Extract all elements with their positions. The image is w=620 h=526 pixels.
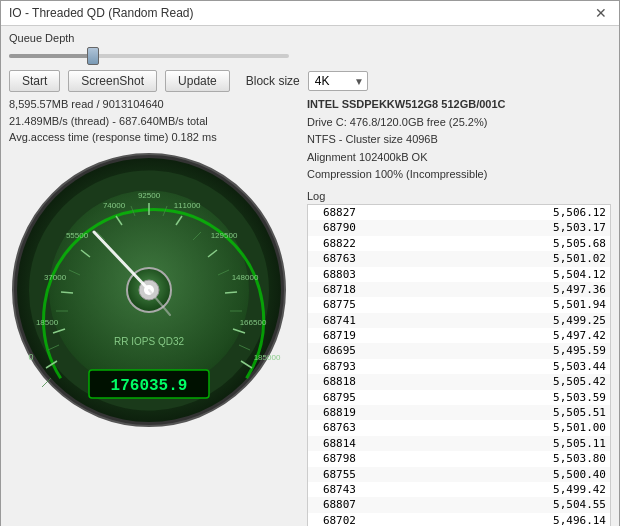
update-button[interactable]: Update [165, 70, 230, 92]
svg-line-24 [61, 292, 73, 293]
log-row: 687985,503.80 [308, 451, 610, 466]
log-col-speed: 5,503.44 [362, 359, 606, 374]
start-button[interactable]: Start [9, 70, 60, 92]
drive-info: INTEL SSDPEKKW512G8 512GB/001C Drive C: … [307, 96, 611, 184]
stats-text: 8,595.57MB read / 9013104640 21.489MB/s … [9, 96, 299, 146]
log-col-iops: 68793 [312, 359, 362, 374]
log-row: 687905,503.17 [308, 220, 610, 235]
svg-text:18500: 18500 [36, 318, 59, 327]
log-row: 687755,501.94 [308, 297, 610, 312]
log-col-speed: 5,499.25 [362, 313, 606, 328]
log-col-speed: 5,496.14 [362, 513, 606, 526]
log-container[interactable]: 688275,506.12687905,503.17688225,505.686… [307, 204, 611, 526]
drive-compression: Compression 100% (Incompressible) [307, 166, 611, 184]
slider-fill [9, 54, 93, 58]
log-col-iops: 68798 [312, 451, 362, 466]
window-content: Queue Depth Start ScreenShot Update Bloc… [1, 26, 619, 526]
log-row: 687935,503.44 [308, 359, 610, 374]
log-col-speed: 5,497.42 [362, 328, 606, 343]
block-size-label: Block size [246, 74, 300, 88]
log-col-iops: 68702 [312, 513, 362, 526]
log-col-iops: 68814 [312, 436, 362, 451]
left-panel: 8,595.57MB read / 9013104640 21.489MB/s … [9, 96, 299, 526]
log-col-iops: 68741 [312, 313, 362, 328]
log-col-speed: 5,503.59 [362, 390, 606, 405]
svg-text:185000: 185000 [254, 353, 281, 362]
svg-text:111000: 111000 [174, 201, 201, 210]
drive-space: Drive C: 476.8/120.0GB free (25.2%) [307, 114, 611, 132]
log-row: 687415,499.25 [308, 313, 610, 328]
screenshot-button[interactable]: ScreenShot [68, 70, 157, 92]
log-row: 688195,505.51 [308, 405, 610, 420]
log-col-speed: 5,501.94 [362, 297, 606, 312]
log-col-speed: 5,497.36 [362, 282, 606, 297]
log-col-speed: 5,505.51 [362, 405, 606, 420]
log-entries: 688275,506.12687905,503.17688225,505.686… [308, 205, 610, 526]
log-col-iops: 68755 [312, 467, 362, 482]
log-row: 687435,499.42 [308, 482, 610, 497]
log-col-speed: 5,505.42 [362, 374, 606, 389]
block-size-select[interactable]: 512 1K 2K 4K 8K 16K 32K 64K [308, 71, 368, 91]
log-col-iops: 68763 [312, 251, 362, 266]
svg-text:37000: 37000 [44, 273, 67, 282]
svg-text:0: 0 [28, 352, 33, 362]
svg-text:92500: 92500 [138, 191, 161, 200]
stat-access: Avg.access time (response time) 0.182 ms [9, 129, 299, 146]
main-window: IO - Threaded QD (Random Read) ✕ Queue D… [0, 0, 620, 526]
queue-depth-slider-container [9, 46, 289, 66]
log-row: 688145,505.11 [308, 436, 610, 451]
block-size-wrapper: 512 1K 2K 4K 8K 16K 32K 64K ▼ [308, 71, 368, 91]
log-col-speed: 5,495.59 [362, 343, 606, 358]
log-label: Log [307, 190, 611, 202]
log-col-iops: 68819 [312, 405, 362, 420]
log-row: 688225,505.68 [308, 236, 610, 251]
close-button[interactable]: ✕ [591, 5, 611, 21]
drive-ntfs: NTFS - Cluster size 4096B [307, 131, 611, 149]
log-row: 687185,497.36 [308, 282, 610, 297]
drive-alignment: Alignment 102400kB OK [307, 149, 611, 167]
queue-depth-section: Queue Depth [9, 32, 611, 66]
log-row: 687025,496.14 [308, 513, 610, 526]
log-col-iops: 68807 [312, 497, 362, 512]
title-bar: IO - Threaded QD (Random Read) ✕ [1, 1, 619, 26]
slider-track[interactable] [9, 54, 289, 58]
log-col-iops: 68775 [312, 297, 362, 312]
log-row: 688275,506.12 [308, 205, 610, 220]
svg-text:RR IOPS QD32: RR IOPS QD32 [114, 336, 184, 347]
log-col-iops: 68718 [312, 282, 362, 297]
log-row: 687955,503.59 [308, 390, 610, 405]
log-row: 688185,505.42 [308, 374, 610, 389]
log-row: 687635,501.00 [308, 420, 610, 435]
stat-read: 8,595.57MB read / 9013104640 [9, 96, 299, 113]
log-col-speed: 5,504.55 [362, 497, 606, 512]
svg-text:176035.9: 176035.9 [111, 377, 188, 395]
log-col-speed: 5,506.12 [362, 205, 606, 220]
log-col-speed: 5,505.11 [362, 436, 606, 451]
log-col-iops: 68795 [312, 390, 362, 405]
log-col-iops: 68822 [312, 236, 362, 251]
log-col-iops: 68763 [312, 420, 362, 435]
log-col-speed: 5,504.12 [362, 267, 606, 282]
log-col-speed: 5,505.68 [362, 236, 606, 251]
log-col-iops: 68790 [312, 220, 362, 235]
window-title: IO - Threaded QD (Random Read) [9, 6, 194, 20]
log-row: 688035,504.12 [308, 267, 610, 282]
gauge-svg: 176035.9 RR IOPS QD32 [9, 150, 289, 430]
log-col-iops: 68695 [312, 343, 362, 358]
log-row: 687635,501.02 [308, 251, 610, 266]
log-row: 687555,500.40 [308, 467, 610, 482]
slider-thumb[interactable] [87, 47, 99, 65]
svg-text:148000: 148000 [232, 273, 259, 282]
log-row: 686955,495.59 [308, 343, 610, 358]
log-col-speed: 5,501.00 [362, 420, 606, 435]
log-col-iops: 68743 [312, 482, 362, 497]
stat-speed: 21.489MB/s (thread) - 687.640MB/s total [9, 113, 299, 130]
log-col-iops: 68818 [312, 374, 362, 389]
log-col-iops: 68719 [312, 328, 362, 343]
right-panel: INTEL SSDPEKKW512G8 512GB/001C Drive C: … [307, 96, 611, 526]
svg-text:55500: 55500 [66, 231, 89, 240]
drive-model: INTEL SSDPEKKW512G8 512GB/001C [307, 96, 611, 114]
svg-text:166500: 166500 [240, 318, 267, 327]
log-col-speed: 5,501.02 [362, 251, 606, 266]
log-row: 687195,497.42 [308, 328, 610, 343]
